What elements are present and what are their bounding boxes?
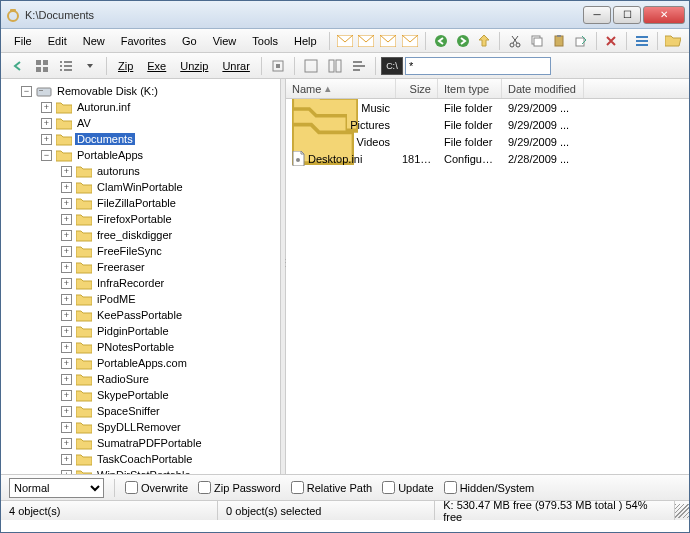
cut-icon[interactable]: [505, 31, 525, 51]
expander-icon[interactable]: +: [41, 118, 52, 129]
expander-icon[interactable]: +: [61, 294, 72, 305]
menu-favorites[interactable]: Favorites: [114, 32, 173, 50]
list-view-icon[interactable]: [632, 31, 652, 51]
expander-icon[interactable]: +: [61, 438, 72, 449]
col-type[interactable]: Item type: [438, 79, 502, 98]
menu-new[interactable]: New: [76, 32, 112, 50]
menu-help[interactable]: Help: [287, 32, 324, 50]
unrar-button[interactable]: Unrar: [216, 58, 256, 74]
close-button[interactable]: ✕: [643, 6, 685, 24]
folder-open-icon[interactable]: [663, 31, 683, 51]
col-name[interactable]: Name▴: [286, 79, 396, 98]
tree-item-documents[interactable]: +Documents: [1, 131, 280, 147]
tree-item-windirstatportable[interactable]: +WinDirStatPortable: [1, 467, 280, 474]
hidden-system-checkbox[interactable]: Hidden/System: [444, 481, 535, 494]
copy-icon[interactable]: [527, 31, 547, 51]
nav-forward-icon[interactable]: [453, 31, 473, 51]
filter-icon[interactable]: [267, 56, 289, 76]
pane-dual-icon[interactable]: [324, 56, 346, 76]
menu-edit[interactable]: Edit: [41, 32, 74, 50]
mail-icon-2[interactable]: [356, 31, 376, 51]
tree-item-sumatrapdfportable[interactable]: +SumatraPDFPortable: [1, 435, 280, 451]
tree-item-skypeportable[interactable]: +SkypePortable: [1, 387, 280, 403]
file-list[interactable]: MusicFile folder9/29/2009 ...PicturesFil…: [286, 99, 689, 474]
view-thumbnails-icon[interactable]: [31, 56, 53, 76]
tree-item-spacesniffer[interactable]: +SpaceSniffer: [1, 403, 280, 419]
tree-item-keepassportable[interactable]: +KeePassPortable: [1, 307, 280, 323]
menu-go[interactable]: Go: [175, 32, 204, 50]
resize-grip[interactable]: [675, 504, 689, 518]
file-row[interactable]: VideosFile folder9/29/2009 ...: [286, 133, 689, 150]
expander-icon[interactable]: +: [61, 230, 72, 241]
tree-item-radiosure[interactable]: +RadioSure: [1, 371, 280, 387]
mail-icon-1[interactable]: [335, 31, 355, 51]
tree-root[interactable]: − Removable Disk (K:): [1, 83, 280, 99]
tree-item-portableappscom[interactable]: +PortableApps.com: [1, 355, 280, 371]
cmd-icon[interactable]: C:\: [381, 57, 403, 75]
expander-icon[interactable]: +: [61, 198, 72, 209]
tree-item-portableapps[interactable]: −PortableApps: [1, 147, 280, 163]
expander-icon[interactable]: +: [41, 134, 52, 145]
align-left-icon[interactable]: [348, 56, 370, 76]
update-checkbox[interactable]: Update: [382, 481, 433, 494]
tree-item-ipodme[interactable]: +iPodME: [1, 291, 280, 307]
tree-item-freefilesync[interactable]: +FreeFileSync: [1, 243, 280, 259]
mail-icon-4[interactable]: [400, 31, 420, 51]
copy-to-icon[interactable]: [571, 31, 591, 51]
expander-icon[interactable]: +: [61, 406, 72, 417]
tree-item-pidginportable[interactable]: +PidginPortable: [1, 323, 280, 339]
menu-view[interactable]: View: [206, 32, 244, 50]
nav-back-icon[interactable]: [431, 31, 451, 51]
expander-icon[interactable]: +: [61, 278, 72, 289]
file-row[interactable]: Desktop.ini181 bytesConfiguratio...2/28/…: [286, 150, 689, 167]
col-size[interactable]: Size: [396, 79, 438, 98]
expander-icon[interactable]: +: [61, 262, 72, 273]
tree-item-taskcoachportable[interactable]: +TaskCoachPortable: [1, 451, 280, 467]
mail-icon-3[interactable]: [378, 31, 398, 51]
expander-icon[interactable]: +: [61, 390, 72, 401]
tree-item-autoruninf[interactable]: +Autorun.inf: [1, 99, 280, 115]
nav-up-icon[interactable]: [474, 31, 494, 51]
relative-path-checkbox[interactable]: Relative Path: [291, 481, 372, 494]
expander-icon[interactable]: +: [61, 246, 72, 257]
tree-item-filezillaportable[interactable]: +FileZillaPortable: [1, 195, 280, 211]
maximize-button[interactable]: ☐: [613, 6, 641, 24]
expander-icon[interactable]: +: [61, 166, 72, 177]
expander-icon[interactable]: +: [61, 374, 72, 385]
menu-file[interactable]: File: [7, 32, 39, 50]
expander-icon[interactable]: +: [41, 102, 52, 113]
expander-icon[interactable]: +: [61, 342, 72, 353]
overwrite-checkbox[interactable]: Overwrite: [125, 481, 188, 494]
tree-item-freeraser[interactable]: +Freeraser: [1, 259, 280, 275]
delete-icon[interactable]: [602, 31, 622, 51]
minimize-button[interactable]: ─: [583, 6, 611, 24]
expander-icon[interactable]: +: [61, 422, 72, 433]
zip-password-checkbox[interactable]: Zip Password: [198, 481, 281, 494]
tree-pane[interactable]: − Removable Disk (K:) +Autorun.inf+AV+Do…: [1, 79, 281, 474]
pane-single-icon[interactable]: [300, 56, 322, 76]
history-back-icon[interactable]: [7, 56, 29, 76]
expander-icon[interactable]: +: [61, 358, 72, 369]
tree-item-freediskdigger[interactable]: +free_diskdigger: [1, 227, 280, 243]
expander-icon[interactable]: +: [61, 182, 72, 193]
dropdown-icon[interactable]: [79, 56, 101, 76]
tree-item-infrarecorder[interactable]: +InfraRecorder: [1, 275, 280, 291]
expander-icon[interactable]: +: [61, 310, 72, 321]
tree-item-firefoxportable[interactable]: +FirefoxPortable: [1, 211, 280, 227]
tree-item-pnotesportable[interactable]: +PNotesPortable: [1, 339, 280, 355]
expander-icon[interactable]: +: [61, 454, 72, 465]
tree-item-av[interactable]: +AV: [1, 115, 280, 131]
tree-item-spydllremover[interactable]: +SpyDLLRemover: [1, 419, 280, 435]
zip-button[interactable]: Zip: [112, 58, 139, 74]
tree-item-clamwinportable[interactable]: +ClamWinPortable: [1, 179, 280, 195]
tree-item-autoruns[interactable]: +autoruns: [1, 163, 280, 179]
expander-icon[interactable]: −: [41, 150, 52, 161]
expander-icon[interactable]: +: [61, 214, 72, 225]
expander-icon[interactable]: −: [21, 86, 32, 97]
view-details-icon[interactable]: [55, 56, 77, 76]
expander-icon[interactable]: +: [61, 470, 72, 475]
paste-icon[interactable]: [549, 31, 569, 51]
col-date[interactable]: Date modified: [502, 79, 584, 98]
unzip-button[interactable]: Unzip: [174, 58, 214, 74]
menu-tools[interactable]: Tools: [245, 32, 285, 50]
